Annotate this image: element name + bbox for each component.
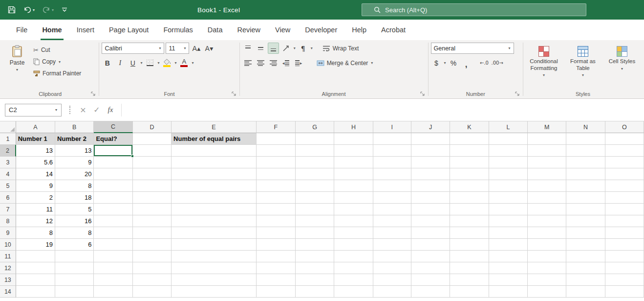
align-center-button[interactable] (255, 57, 266, 69)
cell-a11[interactable] (16, 251, 55, 262)
borders-dropdown-icon[interactable]: ▾ (157, 61, 159, 65)
column-header-d[interactable]: D (133, 121, 172, 133)
cell-h6[interactable] (334, 192, 373, 204)
conditional-formatting-dropdown-icon[interactable]: ▾ (543, 73, 545, 77)
cell-c7[interactable] (94, 204, 132, 215)
cell-i11[interactable] (373, 251, 411, 262)
cell-e14[interactable] (172, 286, 256, 298)
column-header-f[interactable]: F (257, 121, 296, 133)
cell-e11[interactable] (172, 251, 256, 262)
bottom-align-button[interactable] (268, 43, 279, 54)
cell-m9[interactable] (528, 227, 566, 239)
tab-help[interactable]: Help (344, 20, 374, 40)
cell-m12[interactable] (528, 262, 566, 274)
cell-a3[interactable]: 5.6 (16, 157, 55, 168)
cell-i5[interactable] (373, 180, 411, 192)
cell-g9[interactable] (296, 227, 334, 239)
cell-f11[interactable] (257, 251, 296, 262)
cell-i14[interactable] (373, 286, 411, 298)
cell-m4[interactable] (528, 168, 566, 180)
cell-g14[interactable] (296, 286, 334, 298)
cell-i7[interactable] (373, 204, 411, 215)
cell-k11[interactable] (450, 251, 489, 262)
cell-d13[interactable] (133, 274, 172, 286)
format-painter-button[interactable]: Format Painter (31, 68, 83, 79)
row-header-6[interactable]: 6 (0, 192, 16, 204)
enter-button[interactable]: ✓ (90, 104, 104, 116)
redo-button[interactable]: ▾ (43, 6, 54, 13)
cell-n9[interactable] (566, 227, 605, 239)
font-dialog-launcher[interactable] (232, 92, 236, 96)
cell-k13[interactable] (450, 274, 489, 286)
cell-b7[interactable]: 5 (55, 204, 94, 215)
cell-h11[interactable] (334, 251, 373, 262)
cell-e4[interactable] (172, 168, 256, 180)
cell-f10[interactable] (257, 239, 296, 251)
cell-g10[interactable] (296, 239, 334, 251)
copy-button[interactable]: Copy ▾ (31, 56, 83, 67)
row-header-8[interactable]: 8 (0, 215, 16, 227)
cell-b2[interactable]: 13 (55, 145, 94, 157)
cell-a14[interactable] (16, 286, 55, 298)
cell-g7[interactable] (296, 204, 334, 215)
cell-l13[interactable] (489, 274, 528, 286)
customize-quick-access-button[interactable] (62, 7, 67, 13)
cell-c11[interactable] (94, 251, 132, 262)
cell-j1[interactable] (411, 133, 450, 145)
cell-c10[interactable] (94, 239, 132, 251)
format-as-table-dropdown-icon[interactable]: ▾ (582, 73, 584, 77)
cell-c14[interactable] (94, 286, 132, 298)
cell-b1[interactable]: Number 2 (55, 133, 94, 145)
tab-formulas[interactable]: Formulas (156, 20, 200, 40)
cell-m7[interactable] (528, 204, 566, 215)
row-header-12[interactable]: 12 (0, 262, 16, 274)
cell-l14[interactable] (489, 286, 528, 298)
cell-d9[interactable] (133, 227, 172, 239)
cell-j4[interactable] (411, 168, 450, 180)
formula-input[interactable] (126, 99, 644, 121)
cell-c8[interactable] (94, 215, 132, 227)
cell-k10[interactable] (450, 239, 489, 251)
percent-style-button[interactable]: % (448, 57, 459, 69)
cell-l12[interactable] (489, 262, 528, 274)
orientation-dropdown-icon[interactable]: ▾ (294, 46, 296, 50)
cell-i3[interactable] (373, 157, 411, 168)
align-left-button[interactable] (242, 57, 254, 69)
cell-j3[interactable] (411, 157, 450, 168)
cell-o11[interactable] (605, 251, 644, 262)
cell-g1[interactable] (296, 133, 334, 145)
column-header-c[interactable]: C (94, 121, 132, 133)
cell-b9[interactable]: 8 (55, 227, 94, 239)
cell-a8[interactable]: 12 (16, 215, 55, 227)
merge-center-button[interactable]: Merge & Center ▾ (314, 57, 376, 69)
cell-l7[interactable] (489, 204, 528, 215)
cell-a13[interactable] (16, 274, 55, 286)
cell-a7[interactable]: 11 (16, 204, 55, 215)
column-header-m[interactable]: M (528, 121, 566, 133)
cancel-button[interactable]: × (76, 104, 90, 116)
cell-c5[interactable] (94, 180, 132, 192)
cut-button[interactable]: ✂ Cut (31, 45, 83, 55)
cell-h14[interactable] (334, 286, 373, 298)
cell-a6[interactable]: 2 (16, 192, 55, 204)
cell-h5[interactable] (334, 180, 373, 192)
redo-dropdown-icon[interactable]: ▾ (52, 8, 54, 12)
cell-n10[interactable] (566, 239, 605, 251)
cell-n2[interactable] (566, 145, 605, 157)
cell-k2[interactable] (450, 145, 489, 157)
orientation-button[interactable] (280, 43, 292, 54)
cell-n13[interactable] (566, 274, 605, 286)
underline-dropdown-icon[interactable]: ▾ (140, 61, 142, 65)
row-header-10[interactable]: 10 (0, 239, 16, 251)
increase-decimal-button[interactable]: ←.0 (479, 57, 490, 69)
cell-f1[interactable] (257, 133, 296, 145)
number-format-combobox[interactable]: General ▾ (431, 43, 514, 54)
cell-m8[interactable] (528, 215, 566, 227)
cell-h12[interactable] (334, 262, 373, 274)
cell-e10[interactable] (172, 239, 256, 251)
cell-f7[interactable] (257, 204, 296, 215)
cell-k1[interactable] (450, 133, 489, 145)
row-header-11[interactable]: 11 (0, 251, 16, 262)
cell-j14[interactable] (411, 286, 450, 298)
paste-button[interactable]: Paste ▾ (4, 43, 30, 79)
